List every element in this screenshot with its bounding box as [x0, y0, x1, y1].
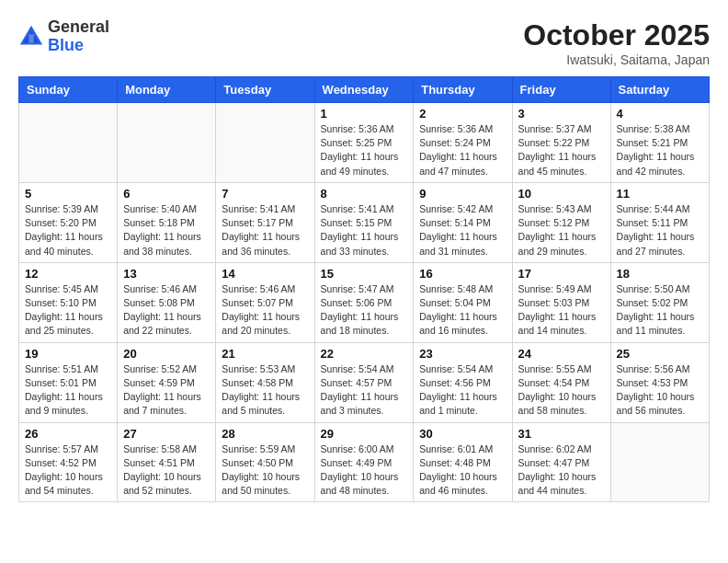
- calendar-cell: 25Sunrise: 5:56 AM Sunset: 4:53 PM Dayli…: [610, 342, 709, 422]
- calendar-cell: 29Sunrise: 6:00 AM Sunset: 4:49 PM Dayli…: [314, 422, 414, 502]
- calendar-cell: 31Sunrise: 6:02 AM Sunset: 4:47 PM Dayli…: [512, 422, 610, 502]
- calendar-cell: 23Sunrise: 5:54 AM Sunset: 4:56 PM Dayli…: [414, 342, 512, 422]
- calendar-cell: 24Sunrise: 5:55 AM Sunset: 4:54 PM Dayli…: [512, 342, 610, 422]
- calendar-cell: 12Sunrise: 5:45 AM Sunset: 5:10 PM Dayli…: [19, 262, 118, 342]
- day-info: Sunrise: 5:51 AM Sunset: 5:01 PM Dayligh…: [25, 362, 111, 419]
- calendar-cell: 5Sunrise: 5:39 AM Sunset: 5:20 PM Daylig…: [19, 182, 118, 262]
- calendar-week-row: 5Sunrise: 5:39 AM Sunset: 5:20 PM Daylig…: [19, 182, 710, 262]
- weekday-header: Tuesday: [216, 77, 314, 103]
- calendar-cell: 28Sunrise: 5:59 AM Sunset: 4:50 PM Dayli…: [216, 422, 314, 502]
- calendar-cell: 14Sunrise: 5:46 AM Sunset: 5:07 PM Dayli…: [216, 262, 314, 342]
- day-number: 29: [321, 427, 408, 441]
- day-number: 17: [518, 267, 605, 281]
- month-title: October 2025: [523, 18, 710, 52]
- day-info: Sunrise: 5:39 AM Sunset: 5:20 PM Dayligh…: [25, 202, 111, 259]
- calendar-week-row: 26Sunrise: 5:57 AM Sunset: 4:52 PM Dayli…: [19, 422, 710, 502]
- day-number: 24: [518, 347, 605, 361]
- day-info: Sunrise: 5:45 AM Sunset: 5:10 PM Dayligh…: [25, 282, 111, 339]
- day-number: 16: [419, 267, 506, 281]
- day-number: 25: [617, 347, 703, 361]
- day-info: Sunrise: 5:48 AM Sunset: 5:04 PM Dayligh…: [419, 282, 506, 339]
- calendar-cell: 27Sunrise: 5:58 AM Sunset: 4:51 PM Dayli…: [118, 422, 216, 502]
- calendar-cell: 18Sunrise: 5:50 AM Sunset: 5:02 PM Dayli…: [610, 262, 709, 342]
- day-number: 31: [518, 427, 605, 441]
- day-number: 7: [222, 187, 308, 201]
- day-info: Sunrise: 5:40 AM Sunset: 5:18 PM Dayligh…: [123, 202, 210, 259]
- calendar-week-row: 19Sunrise: 5:51 AM Sunset: 5:01 PM Dayli…: [19, 342, 710, 422]
- calendar-cell: 26Sunrise: 5:57 AM Sunset: 4:52 PM Dayli…: [19, 422, 118, 502]
- page-header: General Blue October 2025 Iwatsuki, Sait…: [18, 18, 710, 67]
- calendar-cell: 4Sunrise: 5:38 AM Sunset: 5:21 PM Daylig…: [610, 103, 709, 183]
- weekday-header-row: SundayMondayTuesdayWednesdayThursdayFrid…: [19, 77, 710, 103]
- calendar-cell: 11Sunrise: 5:44 AM Sunset: 5:11 PM Dayli…: [610, 182, 709, 262]
- day-info: Sunrise: 5:55 AM Sunset: 4:54 PM Dayligh…: [518, 362, 605, 419]
- day-number: 11: [617, 187, 703, 201]
- calendar-cell: 7Sunrise: 5:41 AM Sunset: 5:17 PM Daylig…: [216, 182, 314, 262]
- weekday-header: Saturday: [610, 77, 709, 103]
- calendar-cell: 19Sunrise: 5:51 AM Sunset: 5:01 PM Dayli…: [19, 342, 118, 422]
- day-number: 26: [25, 427, 111, 441]
- day-number: 13: [123, 267, 210, 281]
- day-info: Sunrise: 5:46 AM Sunset: 5:08 PM Dayligh…: [123, 282, 210, 339]
- weekday-header: Thursday: [414, 77, 512, 103]
- day-number: 6: [123, 187, 210, 201]
- calendar-cell: 17Sunrise: 5:49 AM Sunset: 5:03 PM Dayli…: [512, 262, 610, 342]
- calendar-cell: 13Sunrise: 5:46 AM Sunset: 5:08 PM Dayli…: [118, 262, 216, 342]
- day-number: 10: [518, 187, 605, 201]
- day-number: 2: [419, 107, 506, 121]
- day-number: 18: [617, 267, 703, 281]
- calendar-cell: 9Sunrise: 5:42 AM Sunset: 5:14 PM Daylig…: [414, 182, 512, 262]
- day-number: 27: [123, 427, 210, 441]
- weekday-header: Sunday: [19, 77, 118, 103]
- day-number: 23: [419, 347, 506, 361]
- calendar-cell: 20Sunrise: 5:52 AM Sunset: 4:59 PM Dayli…: [118, 342, 216, 422]
- day-number: 8: [321, 187, 408, 201]
- day-info: Sunrise: 5:50 AM Sunset: 5:02 PM Dayligh…: [617, 282, 703, 339]
- calendar-cell: 8Sunrise: 5:41 AM Sunset: 5:15 PM Daylig…: [314, 182, 414, 262]
- calendar-cell: 16Sunrise: 5:48 AM Sunset: 5:04 PM Dayli…: [414, 262, 512, 342]
- day-number: 21: [222, 347, 308, 361]
- day-info: Sunrise: 5:36 AM Sunset: 5:25 PM Dayligh…: [321, 122, 408, 178]
- weekday-header: Wednesday: [314, 77, 414, 103]
- day-number: 30: [419, 427, 506, 441]
- day-info: Sunrise: 5:43 AM Sunset: 5:12 PM Dayligh…: [518, 202, 605, 259]
- day-info: Sunrise: 5:42 AM Sunset: 5:14 PM Dayligh…: [419, 202, 506, 259]
- day-info: Sunrise: 5:54 AM Sunset: 4:57 PM Dayligh…: [321, 362, 408, 419]
- logo: General Blue: [18, 18, 109, 55]
- day-info: Sunrise: 5:36 AM Sunset: 5:24 PM Dayligh…: [419, 122, 506, 178]
- day-info: Sunrise: 5:37 AM Sunset: 5:22 PM Dayligh…: [518, 122, 605, 178]
- day-info: Sunrise: 5:49 AM Sunset: 5:03 PM Dayligh…: [518, 282, 605, 339]
- title-block: October 2025 Iwatsuki, Saitama, Japan: [523, 18, 710, 67]
- day-number: 5: [25, 187, 111, 201]
- day-info: Sunrise: 6:00 AM Sunset: 4:49 PM Dayligh…: [321, 442, 408, 499]
- day-info: Sunrise: 5:56 AM Sunset: 4:53 PM Dayligh…: [617, 362, 703, 419]
- logo-general-text: General: [48, 18, 109, 37]
- day-info: Sunrise: 5:38 AM Sunset: 5:21 PM Dayligh…: [617, 122, 703, 178]
- calendar-cell: [216, 103, 314, 183]
- calendar-cell: 2Sunrise: 5:36 AM Sunset: 5:24 PM Daylig…: [414, 103, 512, 183]
- logo-icon: [18, 24, 44, 50]
- day-info: Sunrise: 5:59 AM Sunset: 4:50 PM Dayligh…: [222, 442, 308, 499]
- day-info: Sunrise: 5:47 AM Sunset: 5:06 PM Dayligh…: [321, 282, 408, 339]
- day-info: Sunrise: 6:01 AM Sunset: 4:48 PM Dayligh…: [419, 442, 506, 499]
- day-number: 22: [321, 347, 408, 361]
- day-info: Sunrise: 6:02 AM Sunset: 4:47 PM Dayligh…: [518, 442, 605, 499]
- day-info: Sunrise: 5:54 AM Sunset: 4:56 PM Dayligh…: [419, 362, 506, 419]
- day-number: 1: [321, 107, 408, 121]
- svg-rect-2: [28, 34, 34, 42]
- weekday-header: Friday: [512, 77, 610, 103]
- day-number: 14: [222, 267, 308, 281]
- weekday-header: Monday: [118, 77, 216, 103]
- day-info: Sunrise: 5:41 AM Sunset: 5:15 PM Dayligh…: [321, 202, 408, 259]
- day-info: Sunrise: 5:58 AM Sunset: 4:51 PM Dayligh…: [123, 442, 210, 499]
- calendar-cell: 3Sunrise: 5:37 AM Sunset: 5:22 PM Daylig…: [512, 103, 610, 183]
- calendar-cell: 15Sunrise: 5:47 AM Sunset: 5:06 PM Dayli…: [314, 262, 414, 342]
- day-number: 12: [25, 267, 111, 281]
- day-info: Sunrise: 5:52 AM Sunset: 4:59 PM Dayligh…: [123, 362, 210, 419]
- logo-blue-text: Blue: [48, 37, 109, 55]
- day-number: 28: [222, 427, 308, 441]
- calendar-cell: 6Sunrise: 5:40 AM Sunset: 5:18 PM Daylig…: [118, 182, 216, 262]
- day-info: Sunrise: 5:53 AM Sunset: 4:58 PM Dayligh…: [222, 362, 308, 419]
- day-number: 15: [321, 267, 408, 281]
- calendar-week-row: 12Sunrise: 5:45 AM Sunset: 5:10 PM Dayli…: [19, 262, 710, 342]
